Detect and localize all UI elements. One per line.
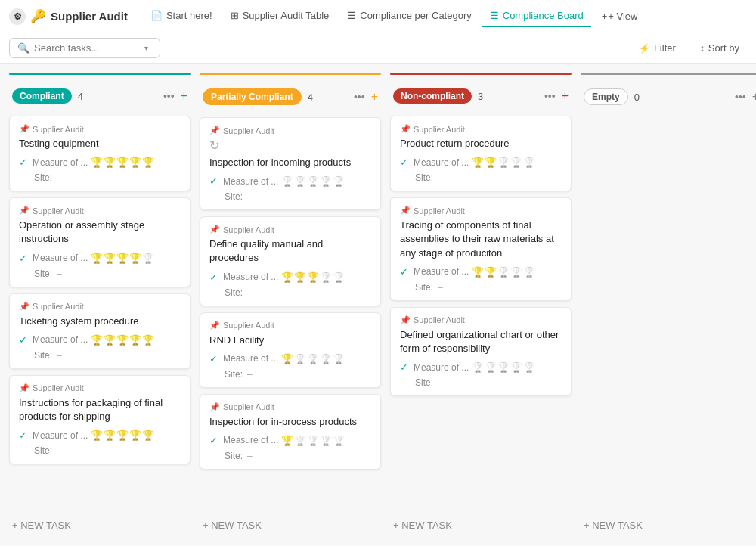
site-label: Site: bbox=[34, 445, 52, 456]
sort-icon: ↕ bbox=[700, 43, 705, 54]
checkmark-icon: ✓ bbox=[400, 157, 411, 168]
trophy-icons: 🏆🏆🏆🏆🏆 bbox=[472, 157, 535, 168]
site-value: – bbox=[438, 377, 443, 388]
card-title: Instructions for packaging of final prod… bbox=[19, 396, 181, 423]
card-measure-row: ✓ Measure of ... 🏆🏆🏆🏆🏆 bbox=[400, 361, 562, 373]
card-context-label: Supplier Audit bbox=[223, 225, 274, 234]
column-header-empty: Empty0•••+ bbox=[581, 82, 756, 111]
add-view-button[interactable]: + + View bbox=[594, 6, 646, 26]
card-measure-row: ✓ Measure of ... 🏆🏆🏆🏆🏆 bbox=[209, 175, 371, 187]
measure-label: Measure of ... bbox=[33, 157, 88, 168]
list-icon: ☰ bbox=[347, 10, 356, 21]
new-task-button-noncompliant[interactable]: + NEW TASK bbox=[390, 513, 572, 537]
card-context-label: Supplier Audit bbox=[33, 206, 84, 216]
sort-by-button[interactable]: ↕ Sort by bbox=[692, 39, 747, 57]
card-measure-row: ✓ Measure of ... 🏆🏆🏆🏆🏆 bbox=[19, 157, 181, 168]
search-icon: 🔍 bbox=[17, 42, 29, 54]
column-partial: Partially Compliant4•••+📌 Supplier Audit… bbox=[200, 73, 381, 537]
site-value: – bbox=[57, 350, 62, 361]
new-task-button-partial[interactable]: + NEW TASK bbox=[200, 513, 381, 537]
trophy-icons: 🏆🏆🏆🏆🏆 bbox=[91, 430, 154, 441]
tab-compliance-category[interactable]: ☰ Compliance per Category bbox=[339, 5, 479, 27]
task-icon: 📌 bbox=[19, 383, 29, 393]
filter-button[interactable]: ⚡ Filter bbox=[631, 39, 683, 57]
task-icon: 📌 bbox=[19, 124, 29, 134]
tab-start-here[interactable]: 📄 Start here! bbox=[143, 5, 220, 27]
app-title: Supplier Audit bbox=[51, 10, 128, 23]
column-add-button-empty[interactable]: + bbox=[752, 90, 756, 104]
checkmark-icon: ✓ bbox=[19, 334, 29, 346]
card-context: 📌 Supplier Audit bbox=[209, 402, 371, 412]
new-task-button-empty[interactable]: + NEW TASK bbox=[581, 513, 756, 537]
task-icon: 📌 bbox=[19, 206, 29, 216]
card[interactable]: 📌 Supplier AuditTracing of components of… bbox=[390, 197, 572, 301]
card-context-label: Supplier Audit bbox=[223, 321, 274, 330]
card-context: 📌 Supplier Audit bbox=[400, 315, 562, 325]
card-site-row: Site: – bbox=[19, 171, 181, 183]
card[interactable]: 📌 Supplier AuditProduct return procedure… bbox=[390, 116, 572, 191]
card-site-row: Site: – bbox=[400, 281, 562, 293]
chevron-down-icon[interactable]: ▾ bbox=[144, 44, 148, 52]
card[interactable]: 📌 Supplier AuditTicketing system procedu… bbox=[9, 293, 191, 369]
card-title: Tracing of components of final assemblie… bbox=[400, 219, 562, 260]
card[interactable]: 📌 Supplier Audit↻Inspection for incoming… bbox=[200, 117, 381, 210]
card-title: Product return procedure bbox=[400, 137, 562, 150]
task-icon: 📌 bbox=[400, 206, 411, 216]
measure-label: Measure of ... bbox=[414, 362, 469, 373]
card[interactable]: 📌 Supplier AuditDefine quality manual an… bbox=[200, 216, 381, 306]
column-line-partial bbox=[200, 73, 381, 75]
card-context-label: Supplier Audit bbox=[33, 383, 84, 392]
card-measure-row: ✓ Measure of ... 🏆🏆🏆🏆🏆 bbox=[209, 435, 371, 446]
checkmark-icon: ✓ bbox=[209, 353, 220, 364]
column-menu-partial[interactable]: ••• bbox=[354, 91, 365, 103]
column-add-button-partial[interactable]: + bbox=[371, 90, 378, 104]
card-context-label: Supplier Audit bbox=[414, 125, 465, 134]
card[interactable]: 📌 Supplier AuditTesting equipment✓ Measu… bbox=[9, 116, 191, 191]
card-context: 📌 Supplier Audit bbox=[19, 302, 181, 312]
top-navigation: ⚙ 🔑 Supplier Audit 📄 Start here! ⊞ Suppl… bbox=[0, 0, 756, 33]
trophy-icons: 🏆🏆🏆🏆🏆 bbox=[91, 334, 154, 346]
card-measure-row: ✓ Measure of ... 🏆🏆🏆🏆🏆 bbox=[19, 430, 181, 441]
site-value: – bbox=[247, 451, 253, 461]
measure-label: Measure of ... bbox=[33, 430, 88, 441]
trophy-icons: 🏆🏆🏆🏆🏆 bbox=[281, 175, 345, 187]
task-icon: 📌 bbox=[209, 126, 220, 135]
column-menu-noncompliant[interactable]: ••• bbox=[544, 90, 556, 102]
column-menu-empty[interactable]: ••• bbox=[735, 91, 746, 103]
toolbar-actions: ⚡ Filter ↕ Sort by bbox=[631, 39, 747, 57]
column-badge-compliant: Compliant bbox=[12, 88, 72, 104]
site-value: – bbox=[247, 369, 253, 380]
card[interactable]: 📌 Supplier AuditRND Facility✓ Measure of… bbox=[200, 312, 381, 388]
spinner-icon: ↻ bbox=[209, 138, 371, 153]
column-menu-compliant[interactable]: ••• bbox=[163, 90, 175, 102]
column-badge-partial: Partially Compliant bbox=[203, 88, 302, 105]
column-cards-partial: 📌 Supplier Audit↻Inspection for incoming… bbox=[200, 117, 381, 510]
gear-icon: ⚙ bbox=[9, 8, 26, 25]
column-count-empty: 0 bbox=[634, 92, 640, 103]
column-add-button-noncompliant[interactable]: + bbox=[562, 89, 569, 103]
column-line-noncompliant bbox=[390, 73, 572, 75]
card-measure-row: ✓ Measure of ... 🏆🏆🏆🏆🏆 bbox=[19, 334, 181, 346]
measure-label: Measure of ... bbox=[223, 353, 278, 364]
measure-label: Measure of ... bbox=[223, 176, 278, 187]
trophy-icons: 🏆🏆🏆🏆🏆 bbox=[91, 253, 154, 264]
site-value: – bbox=[438, 282, 443, 293]
column-badge-noncompliant: Non-compliant bbox=[393, 88, 472, 104]
site-value: – bbox=[57, 445, 62, 456]
search-input[interactable] bbox=[34, 42, 140, 54]
column-add-button-compliant[interactable]: + bbox=[181, 89, 187, 103]
new-task-button-compliant[interactable]: + NEW TASK bbox=[9, 513, 191, 537]
column-count-compliant: 4 bbox=[78, 91, 83, 102]
card-context-label: Supplier Audit bbox=[33, 125, 84, 134]
column-compliant: Compliant4•••+📌 Supplier AuditTesting eq… bbox=[9, 73, 191, 537]
site-value: – bbox=[247, 191, 253, 202]
card[interactable]: 📌 Supplier AuditDefined organizational c… bbox=[390, 307, 572, 396]
card[interactable]: 📌 Supplier AuditInspection for in-proces… bbox=[200, 394, 381, 470]
site-label: Site: bbox=[225, 369, 243, 380]
checkmark-icon: ✓ bbox=[400, 266, 411, 278]
card[interactable]: 📌 Supplier AuditOperation or assembly st… bbox=[9, 197, 191, 287]
search-box[interactable]: 🔍 ▾ bbox=[9, 38, 160, 58]
card[interactable]: 📌 Supplier AuditInstructions for packagi… bbox=[9, 375, 191, 464]
tab-compliance-board[interactable]: ☰ Compliance Board bbox=[482, 5, 591, 27]
tab-supplier-audit-table[interactable]: ⊞ Supplier Audit Table bbox=[223, 5, 337, 27]
